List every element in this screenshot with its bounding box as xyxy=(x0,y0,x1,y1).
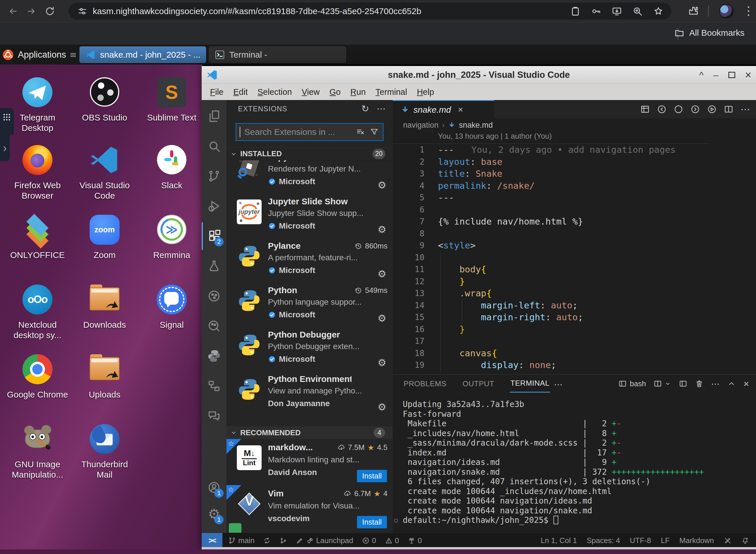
breadcrumb-folder[interactable]: navigation xyxy=(403,121,439,130)
activity-accounts[interactable]: 1 xyxy=(202,474,227,501)
profile-avatar[interactable] xyxy=(719,4,734,18)
panel-tab-output[interactable]: OUTPUT xyxy=(462,375,495,392)
menu-selection[interactable]: Selection xyxy=(258,87,292,97)
extension-gear-icon[interactable]: ⚙ xyxy=(378,268,386,280)
breadcrumb-file[interactable]: snake.md xyxy=(459,121,493,130)
activity-python[interactable] xyxy=(202,342,227,370)
desktop-icon-uploads[interactable]: Uploads xyxy=(72,354,137,400)
all-bookmarks-button[interactable]: All Bookmarks xyxy=(674,28,745,38)
forward-icon[interactable] xyxy=(26,6,37,17)
kasm-panel-expand[interactable]: › xyxy=(0,134,10,161)
install-button[interactable]: Install xyxy=(357,470,387,482)
split-editor-icon[interactable] xyxy=(724,104,734,114)
desktop-icon-obs-studio[interactable]: OBS Studio xyxy=(72,77,137,123)
minimize-button[interactable]: – xyxy=(713,70,718,80)
desktop-icon-visual-studio-code[interactable]: Visual Studio Code xyxy=(72,145,137,201)
status-launchpad[interactable]: Launchpad xyxy=(296,536,353,545)
extension-gear-icon[interactable]: ⚙ xyxy=(378,179,386,191)
extensions-puzzle-icon[interactable] xyxy=(688,6,699,17)
activity-comments[interactable] xyxy=(202,402,227,430)
clear-filter-icon[interactable] xyxy=(356,127,365,136)
zoom-icon[interactable] xyxy=(632,6,643,17)
panel-more-icon[interactable]: ⋯ xyxy=(554,379,563,389)
extensions-search-input[interactable]: Search Extensions in ... xyxy=(236,123,383,141)
prev-change-icon[interactable] xyxy=(674,104,683,114)
address-bar[interactable]: kasm.nighthawkcodingsociety.com/#/kasm/c… xyxy=(69,3,671,19)
kill-terminal-icon[interactable] xyxy=(695,379,704,388)
url-text[interactable]: kasm.nighthawkcodingsociety.com/#/kasm/c… xyxy=(93,6,421,16)
breadcrumb[interactable]: navigation › snake.md xyxy=(403,118,493,132)
extension-gear-icon[interactable]: ⚙ xyxy=(378,401,386,413)
kasm-panel-handle[interactable] xyxy=(0,108,14,134)
password-key-icon[interactable] xyxy=(590,6,602,17)
vscode-titlebar[interactable]: snake.md - john_2025 - Visual Studio Cod… xyxy=(202,66,756,84)
extension-gear-icon[interactable]: ⚙ xyxy=(378,313,386,324)
status-markdownlint[interactable] xyxy=(724,537,732,545)
status-eol[interactable]: LF xyxy=(661,536,670,545)
remote-indicator[interactable]: >< xyxy=(202,533,223,548)
activity-search-details[interactable] xyxy=(202,312,227,340)
desktop-icon-zoom[interactable]: zoomZoom xyxy=(72,215,137,260)
reload-icon[interactable] xyxy=(44,6,55,17)
activity-explorer[interactable] xyxy=(202,102,227,130)
activity-project-manager[interactable] xyxy=(202,372,227,400)
installed-section-header[interactable]: INSTALLED 20 xyxy=(227,147,393,160)
bookmark-star-icon[interactable] xyxy=(653,6,664,17)
status-ports[interactable]: 0 xyxy=(408,536,422,545)
code-area[interactable]: 1---You, 2 days ago • add navigation pag… xyxy=(393,144,710,371)
desktop-icon-onlyoffice[interactable]: ONLYOFFICE xyxy=(5,215,70,260)
desktop-icon-downloads[interactable]: Downloads xyxy=(72,284,137,330)
menu-view[interactable]: View xyxy=(302,87,319,97)
extension-item-python-debugger[interactable]: Python DebuggerPython Debugger exten...M… xyxy=(227,328,393,373)
activity-search[interactable] xyxy=(202,132,227,160)
tab-close-icon[interactable]: × xyxy=(458,104,463,115)
recommended-section-header[interactable]: RECOMMENDED 4 xyxy=(227,426,393,439)
desktop-icon-slack[interactable]: Slack xyxy=(139,145,204,190)
gitlens-back-icon[interactable] xyxy=(657,104,667,114)
taskbar-task[interactable]: snake.md - john_2025 - ... xyxy=(79,46,206,63)
refresh-icon[interactable]: ↻ xyxy=(361,103,369,114)
status-language-mode[interactable]: Markdown xyxy=(679,536,714,545)
extension-item-markdow[interactable]: ☆M↓Lintmarkdow...7.5M★4.5Markdown lintin… xyxy=(227,439,393,485)
status-warnings[interactable]: 0 xyxy=(385,536,399,545)
run-file-icon[interactable] xyxy=(707,104,717,114)
status-cursor-position[interactable]: Ln 1, Col 1 xyxy=(541,536,577,545)
browser-menu-kebab-icon[interactable]: ⋮ xyxy=(743,4,754,17)
maximize-panel-icon[interactable] xyxy=(727,379,736,388)
panel-tab-terminal[interactable]: TERMINAL xyxy=(510,375,550,393)
desktop-icon-nextcloud-desktop-sy[interactable]: oOoNextcloud desktop sy... xyxy=(5,284,70,340)
taskbar-task[interactable]: Terminal - xyxy=(209,46,346,63)
desktop-icon-sublime-text[interactable]: SSublime Text xyxy=(139,77,204,123)
activity-source-control[interactable] xyxy=(202,162,227,190)
extension-item-python[interactable]: Python549msPython language suppor...Micr… xyxy=(227,284,393,328)
editor-more-icon[interactable]: ⋯ xyxy=(741,104,750,115)
status-branch[interactable]: main xyxy=(228,536,254,545)
launch-profile-chevron-icon[interactable] xyxy=(665,380,671,387)
tab-snake-md[interactable]: snake.md × xyxy=(393,100,494,118)
extension-gear-icon[interactable]: ⚙ xyxy=(378,224,386,235)
extension-item-jupyter-slide-show[interactable]: jupyterJupyter Slide ShowJupyter Slide S… xyxy=(227,195,393,239)
desktop-icon-remmina[interactable]: ≫Remmina xyxy=(139,215,204,260)
terminal-output[interactable]: Updating 3a52a43..7a1fe3bFast-forward Ma… xyxy=(403,399,704,525)
cast-download-icon[interactable] xyxy=(611,6,622,17)
next-change-icon[interactable] xyxy=(690,104,700,114)
filter-funnel-icon[interactable] xyxy=(370,127,379,136)
desktop-icon-telegram-desktop[interactable]: Telegram Desktop xyxy=(5,77,70,133)
site-info-icon[interactable] xyxy=(77,6,87,16)
panel-tab-problems[interactable]: PROBLEMS xyxy=(403,375,447,392)
activity-manage[interactable]: ⚙1 xyxy=(202,500,227,528)
desktop-icon-google-chrome[interactable]: Google Chrome xyxy=(5,354,70,400)
menu-edit[interactable]: Edit xyxy=(233,87,248,97)
menu-go[interactable]: Go xyxy=(329,87,340,97)
extension-gear-icon[interactable]: ⚙ xyxy=(378,357,386,368)
menu-run[interactable]: Run xyxy=(350,87,366,97)
desktop-icon-thunderbird-mail[interactable]: Thunderbird Mail xyxy=(72,424,137,480)
menu-terminal[interactable]: Terminal xyxy=(375,87,407,97)
activity-live-share[interactable] xyxy=(202,282,227,310)
desktop-icon-signal[interactable]: Signal xyxy=(139,284,204,330)
clipboard-icon[interactable] xyxy=(570,6,581,17)
new-terminal-icon[interactable] xyxy=(679,379,687,388)
more-actions-icon[interactable]: ⋯ xyxy=(377,103,386,114)
desktop-icon-gnu-image-manipulatio[interactable]: GNU Image Manipulatio... xyxy=(5,424,70,480)
extension-item-vim[interactable]: ☆VVim6.7M★4Vim emulation for Visua...vsc… xyxy=(227,485,393,531)
